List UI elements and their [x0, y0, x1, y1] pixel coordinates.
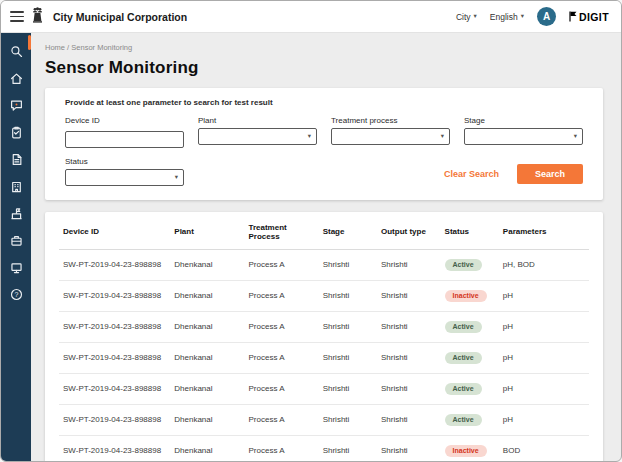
chevron-down-icon: ▾: [308, 133, 311, 140]
building-icon[interactable]: [9, 179, 24, 193]
table-header-row: Device ID Plant Treatment Process Stage …: [59, 214, 589, 250]
cell-output-type: Shrishti: [377, 342, 441, 373]
col-device-id: Device ID: [59, 214, 170, 250]
chevron-down-icon: ▾: [175, 174, 178, 181]
status-badge: Active: [445, 321, 482, 333]
help-icon[interactable]: ?: [9, 287, 24, 301]
cell-plant: Dhenkanal: [170, 435, 244, 461]
plant-select[interactable]: ▾: [198, 128, 317, 145]
results-table-card: Device ID Plant Treatment Process Stage …: [45, 212, 603, 462]
cell-parameters: pH: [499, 404, 589, 435]
cell-stage: Shrishti: [319, 280, 377, 311]
billing-screen-icon[interactable]: [9, 260, 24, 274]
results-table: Device ID Plant Treatment Process Stage …: [59, 214, 589, 462]
cell-treatment-process: Process A: [244, 342, 318, 373]
cell-stage: Shrishti: [319, 404, 377, 435]
cell-device-id: SW-PT-2019-04-23-898898: [59, 342, 170, 373]
municipal-building-icon[interactable]: [9, 206, 24, 220]
status-badge: Active: [445, 259, 482, 271]
sidebar-scrollbar[interactable]: [28, 35, 31, 50]
cell-parameters: pH: [499, 311, 589, 342]
chevron-down-icon: ▾: [574, 133, 577, 140]
cell-status: Inactive: [441, 435, 499, 461]
search-button[interactable]: Search: [517, 164, 583, 184]
status-badge: Active: [445, 414, 482, 426]
national-emblem-logo: [32, 7, 43, 27]
table-row: SW-PT-2019-04-23-898898 Dhenkanal Proces…: [59, 404, 589, 435]
cell-treatment-process: Process A: [244, 373, 318, 404]
cell-output-type: Shrishti: [377, 435, 441, 461]
table-row: SW-PT-2019-04-23-898898 Dhenkanal Proces…: [59, 311, 589, 342]
table-row: SW-PT-2019-04-23-898898 Dhenkanal Proces…: [59, 342, 589, 373]
device-id-input[interactable]: [65, 131, 184, 148]
breadcrumb-current: Sensor Monitoring: [71, 43, 132, 52]
city-dropdown[interactable]: City ▾: [456, 12, 477, 22]
device-id-label: Device ID: [65, 116, 184, 125]
col-parameters: Parameters: [499, 214, 589, 250]
left-sidebar: ?: [1, 33, 31, 461]
col-stage: Stage: [319, 214, 377, 250]
breadcrumb-home[interactable]: Home: [45, 43, 65, 52]
breadcrumb: Home / Sensor Monitoring: [45, 43, 603, 52]
status-badge: Inactive: [445, 290, 487, 302]
cell-parameters: pH: [499, 373, 589, 404]
table-row: SW-PT-2019-04-23-898898 Dhenkanal Proces…: [59, 280, 589, 311]
cell-treatment-process: Process A: [244, 435, 318, 461]
cell-output-type: Shrishti: [377, 404, 441, 435]
status-field: Status ▾: [65, 157, 184, 186]
cell-output-type: Shrishti: [377, 280, 441, 311]
status-select[interactable]: ▾: [65, 169, 184, 186]
clear-search-link[interactable]: Clear Search: [444, 169, 499, 179]
col-output-type: Output type: [377, 214, 441, 250]
cell-device-id: SW-PT-2019-04-23-898898: [59, 435, 170, 461]
device-id-field: Device ID: [65, 116, 184, 148]
app-title: City Municipal Corporation: [53, 11, 187, 23]
status-badge: Active: [445, 383, 482, 395]
svg-text:?: ?: [14, 290, 18, 297]
cell-parameters: pH: [499, 342, 589, 373]
cell-output-type: Shrishti: [377, 249, 441, 280]
status-badge: Inactive: [445, 445, 487, 457]
table-row: SW-PT-2019-04-23-898898 Dhenkanal Proces…: [59, 435, 589, 461]
col-treatment-process: Treatment Process: [244, 214, 318, 250]
table-row: SW-PT-2019-04-23-898898 Dhenkanal Proces…: [59, 249, 589, 280]
cell-output-type: Shrishti: [377, 373, 441, 404]
document-icon[interactable]: [9, 152, 24, 166]
cell-plant: Dhenkanal: [170, 311, 244, 342]
language-dropdown[interactable]: English ▾: [490, 12, 524, 22]
digit-logo: DIGIT: [569, 11, 609, 23]
cell-status: Active: [441, 404, 499, 435]
cell-device-id: SW-PT-2019-04-23-898898: [59, 280, 170, 311]
cell-treatment-process: Process A: [244, 404, 318, 435]
checklist-icon[interactable]: [9, 125, 24, 139]
briefcase-icon[interactable]: [9, 233, 24, 247]
cell-plant: Dhenkanal: [170, 373, 244, 404]
cell-device-id: SW-PT-2019-04-23-898898: [59, 373, 170, 404]
breadcrumb-separator: /: [67, 43, 69, 52]
cell-stage: Shrishti: [319, 435, 377, 461]
chevron-down-icon: ▾: [474, 13, 477, 20]
treatment-process-select[interactable]: ▾: [331, 128, 450, 145]
cell-status: Active: [441, 342, 499, 373]
cell-status: Inactive: [441, 280, 499, 311]
complaints-icon[interactable]: [9, 98, 24, 112]
cell-parameters: BOD: [499, 435, 589, 461]
app-window: City Municipal Corporation City ▾ Englis…: [0, 0, 622, 462]
treatment-process-field: Treatment process ▾: [331, 116, 450, 148]
stage-select[interactable]: ▾: [464, 128, 583, 145]
search-icon[interactable]: [9, 44, 24, 58]
cell-parameters: pH, BOD: [499, 249, 589, 280]
col-status: Status: [441, 214, 499, 250]
status-badge: Active: [445, 352, 482, 364]
page-title: Sensor Monitoring: [45, 58, 603, 78]
treatment-process-label: Treatment process: [331, 116, 450, 125]
user-avatar[interactable]: A: [537, 7, 556, 26]
plant-field: Plant ▾: [198, 116, 317, 148]
cell-plant: Dhenkanal: [170, 249, 244, 280]
cell-device-id: SW-PT-2019-04-23-898898: [59, 404, 170, 435]
cell-status: Active: [441, 311, 499, 342]
cell-stage: Shrishti: [319, 249, 377, 280]
home-icon[interactable]: [9, 71, 24, 85]
stage-field: Stage ▾: [464, 116, 583, 148]
hamburger-menu-icon[interactable]: [10, 9, 24, 23]
